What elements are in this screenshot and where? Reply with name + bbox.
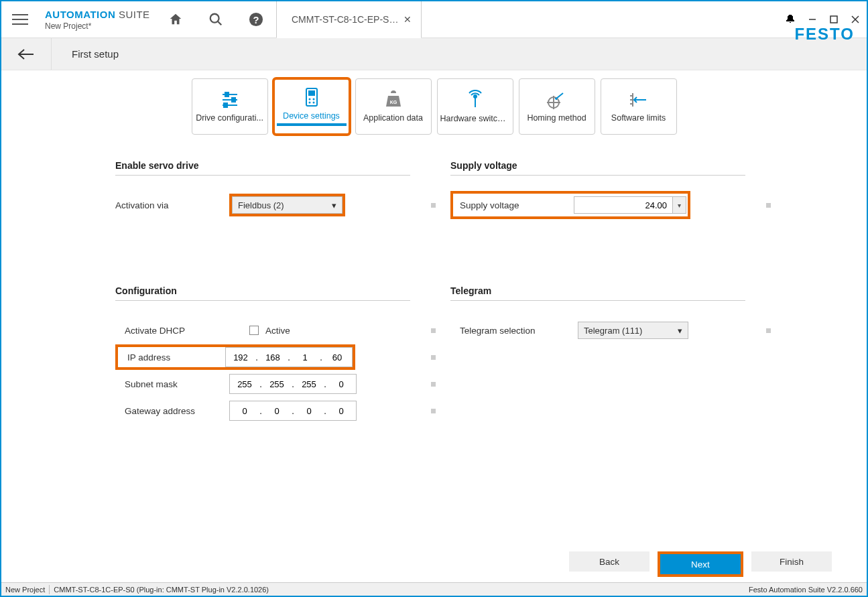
svg-line-1 (218, 21, 222, 25)
step-hardware-switches[interactable]: Hardware switches (437, 78, 513, 135)
back-button[interactable]: Back (569, 551, 649, 572)
step-drive-config[interactable]: Drive configurati... (192, 78, 268, 135)
status-project: New Project (5, 586, 45, 594)
next-button[interactable]: Next (660, 554, 741, 574)
activation-select[interactable]: Fieldbus (2) ▾ (232, 196, 343, 214)
back-arrow-button[interactable] (1, 38, 52, 70)
breadcrumb-label: First setup (52, 48, 119, 60)
section-title-enable-servo: Enable servo drive (115, 160, 410, 171)
change-indicator (766, 328, 771, 333)
topbar: AUTOMATION SUITE New Project* ? CMMT-ST-… (1, 1, 867, 38)
finish-button[interactable]: Finish (751, 551, 832, 572)
menu-button[interactable] (1, 1, 38, 38)
antenna-icon (466, 90, 485, 110)
svg-point-0 (210, 14, 219, 23)
search-icon (208, 12, 223, 27)
app-title: AUTOMATION SUITE New Project* (38, 9, 156, 31)
project-name: New Project* (45, 21, 156, 31)
step-homing[interactable]: Homing method (519, 78, 595, 135)
svg-rect-12 (225, 92, 229, 96)
close-button[interactable] (851, 15, 860, 24)
change-indicator (766, 203, 771, 208)
breadcrumb-bar: First setup (1, 38, 867, 70)
label-telegram: Telegram selection (450, 326, 578, 336)
subnet-input[interactable]: 255. 255. 255. 0 (229, 374, 357, 394)
target-icon (547, 90, 567, 109)
limits-icon (629, 90, 649, 109)
svg-rect-14 (224, 103, 227, 107)
chevron-down-icon: ▾ (332, 200, 336, 210)
step-device-settings[interactable]: Device settings (273, 78, 350, 135)
tab-close-icon[interactable]: ✕ (404, 14, 412, 25)
home-button[interactable] (156, 1, 196, 38)
notifications-icon[interactable]: 🔔︎ (785, 13, 796, 25)
svg-rect-13 (232, 98, 235, 102)
help-icon: ? (249, 12, 263, 27)
gateway-input[interactable]: 0. 0. 0. 0 (229, 401, 357, 421)
help-button[interactable]: ? (236, 1, 276, 38)
ip-row-highlight: IP address 192. 168. 1. 60 (115, 344, 355, 370)
label-supply-voltage: Supply voltage (454, 200, 574, 210)
maximize-button[interactable] (829, 15, 839, 24)
weight-icon: KG (384, 90, 403, 109)
home-icon (168, 12, 183, 27)
status-version: Festo Automation Suite V2.2.0.660 (749, 586, 863, 594)
supply-voltage-spinner[interactable]: ▾ (673, 196, 686, 214)
arrow-left-icon (17, 48, 35, 60)
dhcp-active-label: Active (265, 326, 290, 336)
section-title-configuration: Configuration (115, 285, 410, 296)
chevron-down-icon: ▾ (678, 326, 682, 336)
change-indicator (431, 328, 436, 333)
change-indicator (431, 355, 436, 360)
hamburger-icon (12, 14, 28, 25)
svg-text:?: ? (253, 15, 259, 25)
label-gateway: Gateway address (115, 406, 229, 416)
status-device: CMMT-ST-C8-1C-EP-S0 (Plug-in: CMMT-ST Pl… (54, 586, 269, 594)
search-button[interactable] (196, 1, 236, 38)
step-software-limits[interactable]: Software limits (601, 78, 677, 135)
change-indicator (431, 382, 436, 387)
wizard-buttons: Back Next Finish (569, 551, 832, 577)
svg-point-18 (312, 98, 314, 101)
minimize-button[interactable] (808, 15, 817, 24)
svg-point-20 (312, 102, 314, 104)
label-activation-via: Activation via (115, 200, 229, 210)
tab-device[interactable]: CMMT-ST-C8-1C-EP-S… ✕ (276, 1, 422, 38)
tab-label: CMMT-ST-C8-1C-EP-S… (292, 14, 398, 25)
change-indicator (431, 409, 436, 413)
label-dhcp: Activate DHCP (115, 326, 229, 336)
svg-rect-16 (308, 90, 315, 96)
svg-point-19 (308, 102, 310, 104)
next-button-highlight: Next (658, 551, 743, 577)
status-bar: New Project CMMT-ST-C8-1C-EP-S0 (Plug-in… (1, 582, 867, 596)
sliders-icon (220, 90, 240, 109)
ip-address-input[interactable]: 192. 168. 1. 60 (225, 347, 353, 367)
change-indicator (431, 203, 436, 208)
label-ip: IP address (118, 352, 225, 362)
label-subnet: Subnet mask (115, 379, 229, 389)
step-application-data[interactable]: KG Application data (355, 78, 432, 135)
supply-row-highlight: Supply voltage ▾ (450, 191, 690, 219)
activation-select-highlight: Fieldbus (2) ▾ (229, 194, 345, 216)
step-cards: Drive configurati... Device settings KG … (1, 70, 867, 140)
brand-logo: FESTO (794, 25, 855, 44)
section-title-telegram: Telegram (450, 285, 745, 296)
telegram-select[interactable]: Telegram (111) ▾ (578, 322, 688, 339)
svg-rect-5 (830, 16, 837, 23)
chevron-down-icon: ▾ (678, 202, 681, 209)
dhcp-checkbox[interactable] (249, 326, 259, 335)
svg-point-23 (474, 95, 477, 98)
section-title-supply: Supply voltage (450, 160, 745, 171)
device-icon (305, 87, 318, 107)
svg-text:KG: KG (389, 100, 397, 105)
supply-voltage-input[interactable] (574, 196, 673, 214)
svg-point-17 (308, 98, 310, 101)
